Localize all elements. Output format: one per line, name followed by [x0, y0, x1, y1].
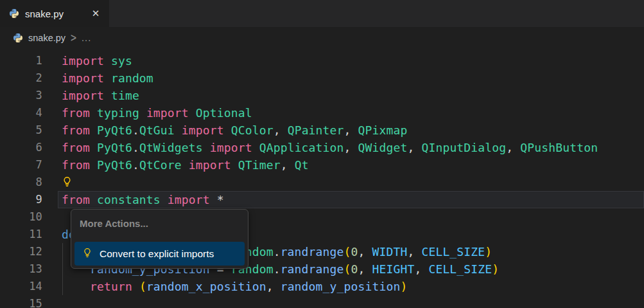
token-pln: ,	[274, 123, 288, 137]
line-number: 13	[0, 260, 42, 278]
token-typ: random	[111, 71, 153, 85]
token-pln	[132, 280, 139, 293]
token-pln	[210, 193, 217, 206]
token-pln: ,	[266, 280, 281, 293]
token-kw: import	[62, 89, 104, 102]
token-pln	[139, 106, 146, 120]
code-line[interactable]: 8	[0, 174, 644, 191]
close-tab-icon[interactable]: ✕	[89, 6, 103, 21]
code-text: from constants import *	[58, 191, 644, 208]
token-pln	[90, 141, 97, 154]
token-pln: .	[132, 141, 139, 154]
token-typ: QtGui	[139, 123, 175, 137]
code-text: import random	[58, 69, 644, 87]
code-action-convert-imports[interactable]: Convert to explicit imports	[74, 242, 245, 266]
python-file-icon	[9, 8, 19, 19]
line-number: 11	[0, 226, 42, 243]
code-line[interactable]: 9from constants import *	[0, 191, 644, 208]
line-number: 3	[0, 87, 42, 104]
token-pln	[104, 54, 111, 68]
token-pln: ,	[414, 262, 428, 276]
token-kw: import	[146, 106, 189, 120]
code-text: from PyQt6.QtGui import QColor, QPainter…	[58, 122, 644, 139]
token-typ: constants	[97, 193, 161, 206]
token-pln	[104, 71, 111, 85]
code-text: import time	[58, 87, 644, 104]
code-line[interactable]: 14 return (random_x_position, random_y_p…	[0, 278, 644, 295]
token-num: 0	[351, 245, 358, 258]
breadcrumb: snake.py > ...	[0, 27, 644, 48]
code-text: from PyQt6.QtCore import QTimer, Qt	[58, 156, 644, 174]
token-pln	[161, 193, 168, 206]
token-kw: import	[189, 158, 231, 172]
code-line[interactable]: 6from PyQt6.QtWidgets import QApplicatio…	[0, 139, 644, 156]
token-br: (	[344, 262, 351, 276]
breadcrumb-file[interactable]: snake.py	[28, 33, 65, 43]
code-text: from PyQt6.QtWidgets import QApplication…	[58, 139, 644, 156]
line-number: 5	[0, 122, 42, 139]
token-kw: import	[62, 54, 104, 68]
line-number: 8	[0, 174, 42, 191]
token-typ: QWidget	[358, 141, 408, 154]
line-number: 9	[0, 191, 42, 208]
line-number: 15	[0, 295, 42, 308]
token-kw: import	[168, 193, 210, 206]
token-var: random_y_position	[281, 280, 401, 293]
code-text	[58, 295, 644, 308]
token-pln: *	[217, 193, 224, 206]
lightbulb-icon[interactable]	[62, 176, 73, 187]
code-line[interactable]: 4from typing import Optional	[0, 104, 644, 122]
code-line[interactable]: 2import random	[0, 69, 644, 87]
python-file-icon	[13, 33, 23, 43]
token-pln: ,	[281, 158, 295, 172]
token-kw: from	[62, 123, 90, 137]
code-line[interactable]: 15	[0, 295, 644, 308]
token-kw: import	[210, 141, 252, 154]
token-typ: PyQt6	[97, 141, 132, 154]
token-pln: ,	[407, 245, 421, 258]
code-text: import sys	[58, 52, 644, 69]
token-pln	[90, 106, 97, 120]
token-typ: time	[111, 89, 139, 102]
code-line[interactable]: 3import time	[0, 87, 644, 104]
token-typ: Optional	[196, 106, 252, 120]
token-cst: HEIGHT	[372, 262, 415, 276]
token-pln	[252, 141, 259, 154]
token-pln	[62, 280, 90, 293]
token-br: (	[139, 280, 146, 293]
code-line[interactable]: 1import sys	[0, 52, 644, 69]
code-action-menu-header: More Actions...	[80, 218, 148, 229]
breadcrumb-more[interactable]: ...	[82, 33, 91, 43]
chevron-right-icon: >	[71, 30, 76, 45]
code-editor[interactable]: 1import sys2import random3import time4fr…	[0, 52, 644, 308]
line-number: 4	[0, 104, 42, 122]
token-typ: typing	[97, 106, 139, 120]
token-kw: return	[90, 280, 132, 293]
token-kw: import	[62, 71, 104, 85]
token-cst: CELL_SIZE	[428, 262, 492, 276]
code-text	[58, 174, 644, 191]
line-number: 7	[0, 156, 42, 174]
token-pln	[189, 106, 196, 120]
token-pln	[90, 158, 97, 172]
token-pln: .	[132, 123, 139, 137]
code-line[interactable]: 7from PyQt6.QtCore import QTimer, Qt	[0, 156, 644, 174]
token-pln	[90, 193, 97, 206]
token-typ: PyQt6	[97, 158, 132, 172]
token-pln	[203, 141, 210, 154]
code-line[interactable]: 5from PyQt6.QtGui import QColor, QPainte…	[0, 122, 644, 139]
token-var: random_x_position	[146, 280, 266, 293]
token-typ: QPainter	[288, 123, 344, 137]
code-action-menu: More Actions... Convert to explicit impo…	[71, 209, 248, 269]
token-kw: import	[182, 123, 224, 137]
token-kw: from	[62, 106, 90, 120]
token-br: )	[492, 262, 499, 276]
code-text: return (random_x_position, random_y_posi…	[58, 278, 644, 295]
tab-snake-py[interactable]: snake.py ✕	[0, 0, 109, 27]
code-action-label: Convert to explicit imports	[100, 248, 214, 260]
token-kw: from	[62, 158, 90, 172]
token-typ: PyQt6	[97, 123, 132, 137]
tab-label: snake.py	[25, 8, 83, 19]
token-typ: QTimer	[238, 158, 281, 172]
token-var: randrange	[281, 245, 344, 258]
